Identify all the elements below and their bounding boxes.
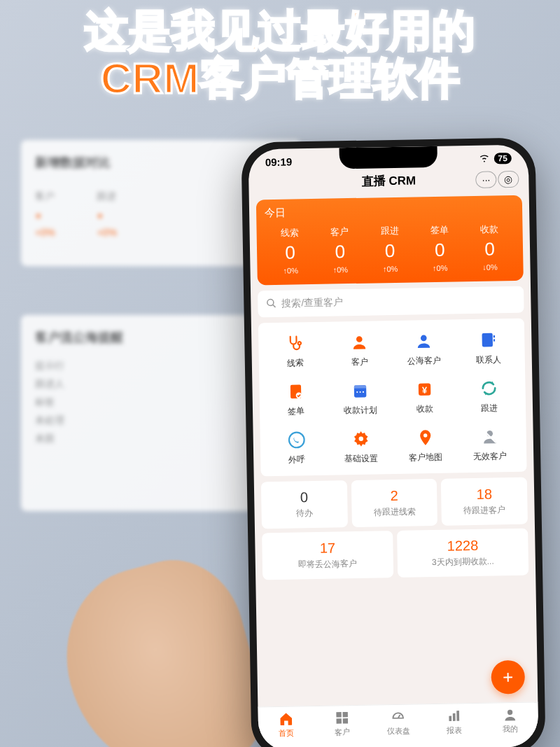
nav-chart[interactable]: 报表 xyxy=(426,708,483,736)
user-icon xyxy=(502,707,517,722)
dash-col-4[interactable]: 收款 0 ↓0% xyxy=(464,223,514,272)
calendar-icon xyxy=(349,379,372,403)
grid-item-doc[interactable]: 签单 xyxy=(265,380,327,419)
pin-icon xyxy=(414,426,437,449)
svg-rect-22 xyxy=(342,712,347,717)
contact-icon xyxy=(477,328,500,351)
svg-rect-26 xyxy=(449,716,451,721)
dash-col-2[interactable]: 跟进 0 ↑0% xyxy=(365,224,415,273)
svg-point-29 xyxy=(507,710,512,715)
dashboard-header: 今日 xyxy=(265,202,514,220)
nav-home[interactable]: 首页 xyxy=(258,711,315,739)
promo-headline: 这是我见过最好用的 CRM客户管理软件 xyxy=(14,7,546,102)
svg-line-1 xyxy=(273,305,276,307)
phone-icon xyxy=(285,428,308,452)
nav-grid[interactable]: 客户 xyxy=(314,710,371,738)
nav-dash[interactable]: 仪表盘 xyxy=(370,708,427,736)
status-time: 09:19 xyxy=(265,155,293,168)
person-blue-icon xyxy=(412,330,435,353)
chart-icon xyxy=(446,708,461,723)
grid-item-stethoscope[interactable]: 线索 xyxy=(264,332,326,370)
mute-icon xyxy=(478,425,501,448)
add-fab-button[interactable]: + xyxy=(491,660,525,694)
stat-card-0[interactable]: 0 待办 xyxy=(261,480,348,529)
stats-cards: 0 待办 2 待跟进线索 18 待跟进客户 17 即将丢公海客户 1228 3天… xyxy=(261,477,528,580)
svg-point-0 xyxy=(267,299,274,305)
svg-text:¥: ¥ xyxy=(422,385,428,396)
phone-screen: 09:19 75 直播 CRM ··· ◎ 今日 线索 0 ↑0% 客户 xyxy=(248,145,539,747)
yuan-icon: ¥ xyxy=(413,378,436,401)
search-input[interactable]: 搜索/查重客户 xyxy=(258,286,524,318)
grid-item-calendar[interactable]: 收款计划 xyxy=(329,379,391,417)
stat-card-4[interactable]: 1228 3天内到期收款... xyxy=(397,529,528,578)
battery-badge: 75 xyxy=(493,152,512,163)
feature-grid: 线索 客户 公海客户 联系人 签单 收款计划 ¥ 收款 跟进 外呼 xyxy=(258,319,527,477)
menu-button[interactable]: ··· xyxy=(475,171,496,188)
dash-col-0[interactable]: 线索 0 ↑0% xyxy=(265,226,315,275)
nav-user[interactable]: 我的 xyxy=(482,706,538,734)
grid-item-yuan[interactable]: ¥ 收款 xyxy=(393,377,456,416)
svg-point-2 xyxy=(356,336,363,342)
svg-point-3 xyxy=(421,335,427,341)
app-header: 直播 CRM ··· ◎ xyxy=(248,167,529,196)
stat-card-2[interactable]: 18 待跟进客户 xyxy=(441,477,528,526)
gear-icon xyxy=(349,428,372,451)
grid-item-pin[interactable]: 客户地图 xyxy=(394,426,456,464)
svg-rect-23 xyxy=(336,718,341,723)
bottom-nav: 首页 客户 仪表盘 报表 我的 xyxy=(258,701,538,747)
stethoscope-icon xyxy=(284,332,307,355)
dash-col-3[interactable]: 签单 0 ↑0% xyxy=(414,223,465,272)
app-title: 直播 CRM xyxy=(361,172,416,189)
notch xyxy=(340,146,438,169)
svg-rect-6 xyxy=(493,339,495,341)
dash-icon xyxy=(391,709,406,725)
wifi-icon xyxy=(478,153,489,165)
svg-rect-24 xyxy=(343,718,348,723)
svg-rect-27 xyxy=(453,713,456,721)
svg-point-16 xyxy=(289,432,304,447)
grid-item-person[interactable]: 客户 xyxy=(328,330,391,369)
close-miniapp-button[interactable]: ◎ xyxy=(498,170,519,188)
stat-card-3[interactable]: 17 即将丢公海客户 xyxy=(262,531,393,580)
svg-rect-4 xyxy=(482,333,493,347)
dash-col-1[interactable]: 客户 0 ↑0% xyxy=(315,225,365,274)
grid-item-gear[interactable]: 基础设置 xyxy=(330,427,392,466)
search-icon xyxy=(266,298,276,309)
search-placeholder: 搜索/查重客户 xyxy=(281,296,343,310)
stat-card-1[interactable]: 2 待跟进线索 xyxy=(351,479,438,527)
grid-item-mute[interactable]: 无效客户 xyxy=(458,425,521,463)
refresh-icon xyxy=(477,377,500,400)
svg-rect-5 xyxy=(493,335,495,337)
svg-rect-10 xyxy=(354,385,366,389)
phone-frame: 09:19 75 直播 CRM ··· ◎ 今日 线索 0 ↑0% 客户 xyxy=(241,137,545,747)
grid-item-person-blue[interactable]: 公海客户 xyxy=(393,329,455,368)
today-dashboard: 今日 线索 0 ↑0% 客户 0 ↑0% 跟进 0 ↑0% 签单 0 ↑0% 收… xyxy=(256,195,524,286)
doc-icon xyxy=(284,380,307,403)
grid-icon xyxy=(335,710,350,725)
svg-rect-28 xyxy=(456,711,459,721)
grid-item-phone[interactable]: 外呼 xyxy=(266,428,328,467)
home-icon xyxy=(279,711,294,727)
svg-rect-21 xyxy=(336,712,341,717)
grid-item-refresh[interactable]: 跟进 xyxy=(458,377,520,415)
person-icon xyxy=(348,331,371,354)
grid-item-contact[interactable]: 联系人 xyxy=(457,328,519,367)
